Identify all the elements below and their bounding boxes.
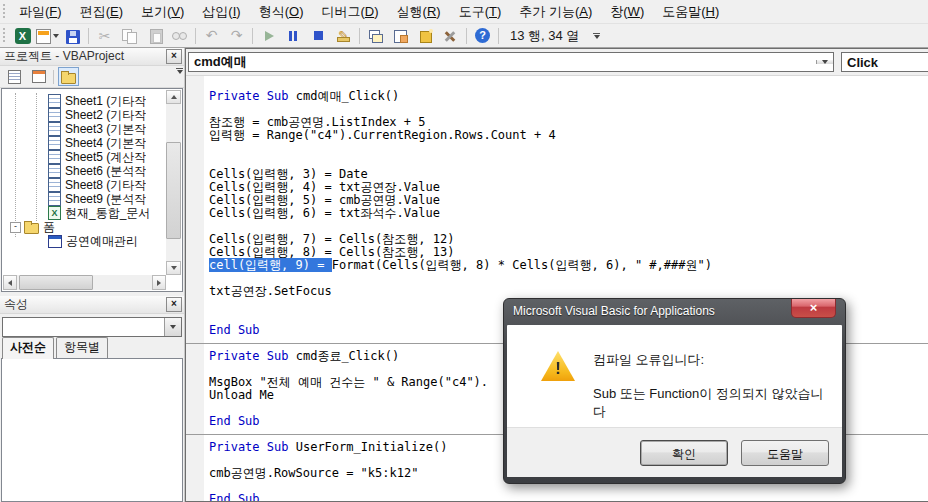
insert-userform-button[interactable]: [35, 24, 60, 47]
toolbox-button[interactable]: [438, 24, 463, 47]
design-mode-button[interactable]: [331, 24, 356, 47]
code-combo-bar: cmd예매 Click: [186, 49, 928, 76]
undo-icon: [203, 28, 220, 44]
toolbar-separator: [359, 28, 360, 44]
chevron-down-icon[interactable]: [164, 318, 181, 336]
menu-item[interactable]: 도구(T): [450, 0, 511, 24]
menu-item[interactable]: 실행(R): [388, 0, 450, 24]
tree-item-label: 폼: [43, 219, 55, 236]
properties-panel-close-button[interactable]: ×: [166, 297, 182, 312]
view-object-icon: [32, 70, 46, 83]
menu-item[interactable]: 보기(V): [132, 0, 193, 24]
properties-list[interactable]: [1, 358, 183, 502]
scroll-left-button[interactable]: [3, 275, 17, 290]
menu-item[interactable]: 도움말(H): [653, 0, 728, 24]
chevron-down-icon[interactable]: [816, 60, 833, 64]
menu-item[interactable]: 추가 기능(A): [510, 0, 601, 24]
sheet-icon: [48, 122, 61, 136]
dialog-body: 컴파일 오류입니다: Sub 또는 Function이 정의되지 않았습니다: [507, 325, 842, 427]
menu-item[interactable]: 편집(E): [71, 0, 132, 24]
tab-alphabetic[interactable]: 사전순: [2, 337, 54, 359]
menu-item[interactable]: 디버그(D): [312, 0, 387, 24]
dialog-close-button[interactable]: ×: [791, 299, 836, 318]
ok-button[interactable]: 확인: [640, 440, 728, 466]
menu-item[interactable]: 창(W): [601, 0, 653, 24]
sheet-icon: [48, 192, 61, 206]
tree-item[interactable]: 공연예매관리: [4, 234, 166, 248]
toolbar-overflow-button[interactable]: [593, 33, 600, 39]
paste-icon: [150, 29, 163, 44]
tree-expander[interactable]: -: [10, 222, 21, 233]
toolbar-separator: [252, 28, 253, 44]
dialog-content: 컴파일 오류입니다: Sub 또는 Function이 정의되지 않았습니다 확…: [507, 325, 842, 477]
paste-button[interactable]: [142, 24, 167, 47]
chevron-down-icon[interactable]: [53, 34, 59, 38]
copy-button[interactable]: [117, 24, 142, 47]
code-line: [186, 142, 928, 155]
project-panel-close-button[interactable]: ×: [166, 49, 182, 64]
find-button[interactable]: [167, 24, 192, 47]
tab-categorized[interactable]: 항목별: [56, 337, 108, 358]
project-panel-title: 프로젝트 - VBAProject: [4, 48, 124, 65]
save-icon: [66, 30, 80, 44]
toolbox-icon: [442, 28, 459, 44]
error-title: 컴파일 오류입니다:: [593, 351, 826, 369]
cut-button[interactable]: [92, 24, 117, 47]
tree-horizontal-scrollbar[interactable]: [3, 275, 166, 290]
scroll-up-button[interactable]: [166, 90, 181, 104]
view-code-button[interactable]: [4, 67, 25, 86]
tree-vertical-scrollbar[interactable]: [166, 90, 181, 275]
break-button[interactable]: [281, 24, 306, 47]
menu-item[interactable]: 형식(O): [250, 0, 313, 24]
undo-button[interactable]: [199, 24, 224, 47]
left-panel-column: 프로젝트 - VBAProject × Sheet1 (기타작Sheet2 (기…: [0, 48, 185, 502]
toolbar-separator: [195, 28, 196, 44]
properties-tabs: 사전순 항목별: [0, 339, 184, 358]
project-tree: Sheet1 (기타작Sheet2 (기타작Sheet3 (기본작Sheet4 …: [1, 88, 183, 292]
project-explorer-button[interactable]: [363, 24, 388, 47]
redo-icon: [228, 28, 245, 44]
project-toolbar-overflow-button[interactable]: [176, 68, 183, 74]
save-button[interactable]: [60, 24, 85, 47]
reset-button[interactable]: [306, 24, 331, 47]
menu-item[interactable]: 삽입(I): [193, 0, 249, 24]
design-mode-icon: [335, 28, 352, 44]
workbook-icon: [48, 206, 61, 220]
object-browser-button[interactable]: [413, 24, 438, 47]
help-button[interactable]: [470, 24, 495, 47]
toggle-folders-button[interactable]: [58, 67, 79, 86]
project-panel-titlebar: 프로젝트 - VBAProject ×: [0, 48, 184, 66]
scrollbar-thumb[interactable]: [19, 275, 93, 290]
event-dropdown-value: Click: [842, 55, 928, 70]
properties-window-button[interactable]: [388, 24, 413, 47]
find-icon: [171, 28, 188, 44]
properties-object-combo[interactable]: [2, 317, 182, 337]
event-dropdown[interactable]: Click: [841, 52, 928, 72]
insert-userform-icon: [36, 29, 51, 44]
code-line: cell(입력행, 9) = Format(Cells(입력행, 8) * Ce…: [186, 259, 928, 272]
menu-item[interactable]: 파일(F): [10, 0, 71, 24]
view-object-button[interactable]: [28, 67, 49, 86]
warning-icon: [541, 351, 575, 381]
menubar: 파일(F)편집(E)보기(V)삽입(I)형식(O)디버그(D)실행(R)도구(T…: [0, 0, 928, 24]
scroll-right-button[interactable]: [152, 275, 166, 290]
help-icon: [475, 28, 490, 43]
toolbar-separator: [88, 28, 89, 44]
folder-icon: [61, 73, 76, 84]
properties-panel-titlebar: 속성 ×: [0, 296, 184, 314]
code-line: Cells(입력행, 6) = txt좌석수.Value: [186, 207, 928, 220]
excel-button[interactable]: [10, 24, 35, 47]
toolbar-grip[interactable]: [2, 28, 7, 44]
object-dropdown[interactable]: cmd예매: [188, 52, 834, 72]
help-button[interactable]: 도움말: [741, 440, 829, 466]
toolbar: 13 행, 34 열: [0, 24, 928, 48]
tree-item[interactable]: 현재_통합_문서: [4, 206, 166, 220]
scrollbar-thumb[interactable]: [166, 142, 181, 239]
scroll-down-button[interactable]: [166, 261, 181, 275]
menubar-grip[interactable]: [2, 4, 7, 20]
toolbar-separator: [498, 28, 499, 44]
run-button[interactable]: [256, 24, 281, 47]
view-code-icon: [8, 70, 21, 84]
break-icon: [285, 28, 302, 44]
redo-button[interactable]: [224, 24, 249, 47]
